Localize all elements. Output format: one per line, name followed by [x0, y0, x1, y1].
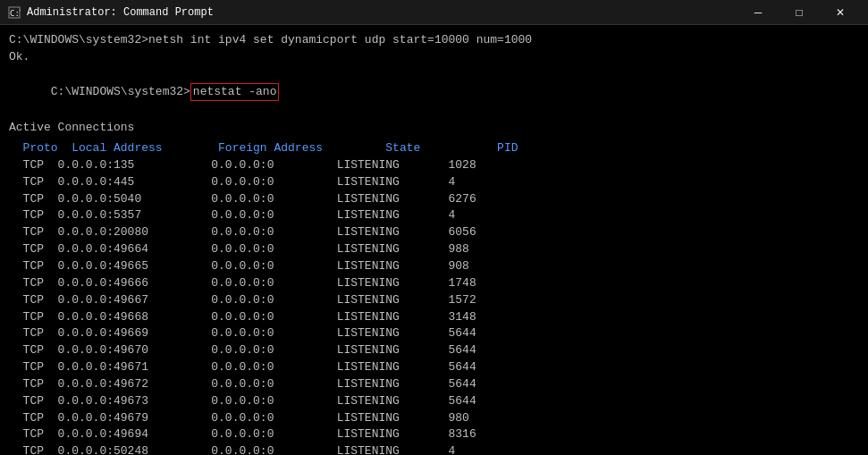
table-row: TCP 0.0.0.0:49672 0.0.0.0:0 LISTENING 56…: [9, 376, 859, 393]
table-header-row: Proto Local Address Foreign Address Stat…: [9, 140, 859, 157]
connection-table: TCP 0.0.0.0:135 0.0.0.0:0 LISTENING 1028…: [9, 157, 859, 455]
title-bar: C:\ Administrator: Command Prompt ─ □ ✕: [0, 0, 868, 25]
table-row: TCP 0.0.0.0:49664 0.0.0.0:0 LISTENING 98…: [9, 241, 859, 258]
prompt-2: C:\WINDOWS\system32>: [51, 85, 190, 98]
ok-line: Ok.: [9, 49, 859, 66]
active-connections-label: Active Connections: [9, 120, 859, 137]
col-header-local: Local Address: [58, 141, 163, 155]
close-button[interactable]: ✕: [820, 0, 861, 25]
command-highlight: netstat -ano: [190, 83, 280, 102]
table-row: TCP 0.0.0.0:49668 0.0.0.0:0 LISTENING 31…: [9, 309, 859, 326]
table-row: TCP 0.0.0.0:50248 0.0.0.0:0 LISTENING 4: [9, 443, 859, 455]
table-row: TCP 0.0.0.0:49673 0.0.0.0:0 LISTENING 56…: [9, 393, 859, 410]
svg-text:C:\: C:\: [10, 9, 21, 18]
table-row: TCP 0.0.0.0:49669 0.0.0.0:0 LISTENING 56…: [9, 325, 859, 342]
maximize-button[interactable]: □: [779, 0, 820, 25]
table-row: TCP 0.0.0.0:49667 0.0.0.0:0 LISTENING 15…: [9, 292, 859, 309]
window: C:\ Administrator: Command Prompt ─ □ ✕ …: [0, 0, 868, 455]
table-row: TCP 0.0.0.0:49666 0.0.0.0:0 LISTENING 17…: [9, 275, 859, 292]
table-row: TCP 0.0.0.0:5357 0.0.0.0:0 LISTENING 4: [9, 207, 859, 224]
col-header-state: State: [323, 141, 420, 155]
command-line-2: C:\WINDOWS\system32>netstat -ano: [9, 66, 859, 119]
terminal-body: C:\WINDOWS\system32>netsh int ipv4 set d…: [0, 25, 868, 455]
table-row: TCP 0.0.0.0:49679 0.0.0.0:0 LISTENING 98…: [9, 410, 859, 427]
minimize-button[interactable]: ─: [737, 0, 779, 25]
table-row: TCP 0.0.0.0:135 0.0.0.0:0 LISTENING 1028: [9, 157, 859, 174]
col-header-foreign: Foreign Address: [163, 141, 323, 155]
app-icon: C:\: [7, 5, 21, 20]
table-row: TCP 0.0.0.0:20080 0.0.0.0:0 LISTENING 60…: [9, 224, 859, 241]
col-header-proto: Proto: [9, 141, 58, 155]
table-row: TCP 0.0.0.0:445 0.0.0.0:0 LISTENING 4: [9, 174, 859, 191]
table-row: TCP 0.0.0.0:49671 0.0.0.0:0 LISTENING 56…: [9, 359, 859, 376]
command-line-1: C:\WINDOWS\system32>netsh int ipv4 set d…: [9, 32, 859, 49]
table-row: TCP 0.0.0.0:49665 0.0.0.0:0 LISTENING 90…: [9, 258, 859, 275]
table-row: TCP 0.0.0.0:49694 0.0.0.0:0 LISTENING 83…: [9, 426, 859, 443]
col-header-pid: PID: [420, 141, 518, 155]
window-title: Administrator: Command Prompt: [27, 6, 737, 19]
table-row: TCP 0.0.0.0:49670 0.0.0.0:0 LISTENING 56…: [9, 342, 859, 359]
table-row: TCP 0.0.0.0:5040 0.0.0.0:0 LISTENING 627…: [9, 191, 859, 208]
window-controls: ─ □ ✕: [737, 0, 861, 25]
